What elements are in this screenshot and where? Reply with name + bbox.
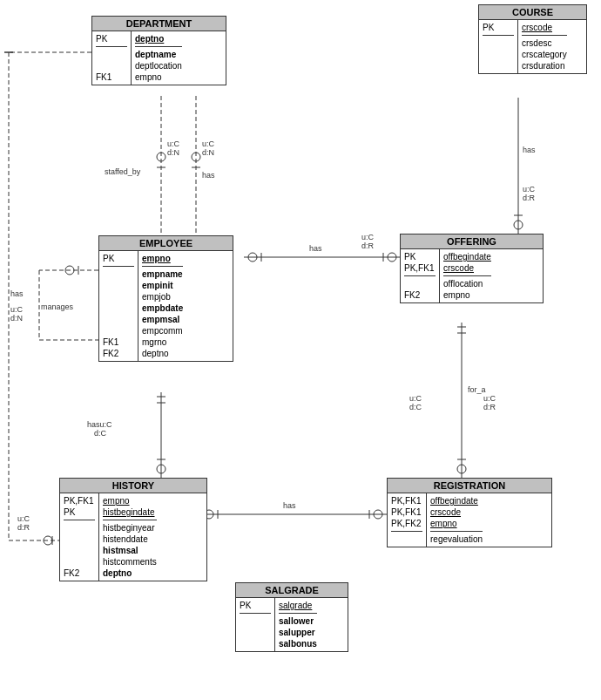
hist-histbegindate: histbegindate [103, 507, 155, 517]
off-empno: empno [443, 290, 470, 300]
course-entity: COURSE PK [478, 4, 587, 74]
svg-text:has: has [283, 501, 296, 510]
emp-empjob: empjob [142, 292, 171, 302]
hist-deptno: deptno [103, 568, 132, 578]
svg-text:u:C: u:C [409, 394, 422, 403]
hist-histmsal: histmsal [103, 546, 138, 555]
dept-deptlocation: deptlocation [135, 61, 182, 71]
sal-salbonus: salbonus [279, 639, 317, 649]
course-crscategory: crscategory [522, 50, 567, 59]
svg-text:has: has [202, 171, 215, 180]
dept-deptname: deptname [135, 50, 176, 59]
course-pk-key: PK [483, 23, 494, 32]
svg-text:u:C: u:C [17, 514, 30, 523]
sal-salgrade: salgrade [279, 601, 312, 610]
registration-entity: REGISTRATION PK,FK1 PK,FK1 PK,FK2 offbeg… [387, 478, 552, 547]
svg-text:hasu:C: hasu:C [87, 420, 112, 429]
svg-point-59 [374, 510, 382, 519]
department-entity: DEPARTMENT PK FK1 deptno deptname dep [91, 16, 226, 85]
off-offlocation: offlocation [443, 279, 483, 289]
svg-point-52 [157, 465, 165, 473]
svg-text:d:R: d:R [483, 403, 496, 411]
svg-text:d:C: d:C [409, 403, 422, 411]
dept-empno: empno [135, 72, 162, 82]
svg-text:d:N: d:N [202, 148, 214, 157]
svg-text:d:R: d:R [523, 194, 536, 202]
hist-empno: empno [103, 496, 130, 506]
history-title: HISTORY [60, 479, 206, 493]
reg-crscode: crscode [430, 507, 461, 517]
employee-entity: EMPLOYEE PK FK1 FK2 [98, 235, 233, 362]
svg-text:d:C: d:C [94, 429, 107, 438]
off-pk-key: PK [404, 252, 415, 262]
reg-offbegindate: offbegindate [430, 496, 478, 506]
svg-point-6 [192, 153, 200, 161]
svg-text:has: has [10, 289, 24, 298]
course-crsdesc: crsdesc [522, 38, 551, 48]
hist-histcomments: histcomments [103, 557, 157, 567]
hist-histenddate: histenddate [103, 534, 148, 544]
course-attr-key [483, 38, 485, 48]
emp-empinit: empinit [142, 281, 173, 290]
emp-mgrno: mgrno [142, 337, 166, 347]
svg-text:staffed_by: staffed_by [105, 167, 141, 176]
svg-text:has: has [309, 244, 322, 253]
off-offbegindate: offbegindate [443, 252, 491, 262]
course-crscode: crscode [522, 23, 552, 32]
svg-point-1 [157, 153, 165, 161]
department-title: DEPARTMENT [92, 17, 226, 31]
svg-text:u:C: u:C [523, 185, 536, 194]
emp-empbdate: empbdate [142, 303, 183, 313]
sal-salupper: salupper [279, 628, 315, 637]
offering-title: OFFERING [401, 234, 543, 249]
course-crsduration: crsduration [522, 61, 564, 71]
svg-text:manages: manages [41, 302, 74, 311]
svg-text:for_a: for_a [468, 385, 486, 394]
salgrade-title: SALGRADE [236, 583, 348, 598]
sal-sallower: sallower [279, 616, 314, 626]
emp-empname: empname [142, 269, 183, 279]
emp-empno: empno [142, 254, 171, 263]
svg-point-28 [248, 253, 257, 262]
emp-deptno: deptno [142, 349, 169, 358]
off-crscode: crscode [443, 263, 474, 273]
course-title: COURSE [479, 5, 586, 20]
hist-histbeginyear: histbeginyear [103, 523, 154, 533]
svg-text:has: has [523, 146, 536, 154]
svg-text:d:R: d:R [361, 241, 375, 250]
reg-empno: empno [430, 519, 457, 528]
employee-title: EMPLOYEE [99, 236, 233, 251]
svg-point-22 [65, 266, 74, 275]
svg-text:u:C: u:C [167, 139, 180, 148]
history-entity: HISTORY PK,FK1 PK FK2 e [59, 478, 207, 581]
svg-text:u:C: u:C [361, 233, 375, 241]
svg-point-34 [514, 221, 523, 229]
reg-regevaluation: regevaluation [430, 534, 483, 544]
emp-empmsal: empmsal [142, 315, 179, 324]
svg-text:d:R: d:R [17, 523, 30, 532]
dept-pk-key: PK [96, 34, 107, 44]
offering-entity: OFFERING PK PK,FK1 FK2 offbegindate [400, 234, 544, 303]
svg-point-26 [388, 253, 396, 262]
emp-empcomm: empcomm [142, 326, 183, 336]
registration-title: REGISTRATION [388, 479, 551, 493]
svg-text:d:N: d:N [167, 148, 179, 157]
svg-text:u:C: u:C [202, 139, 215, 148]
svg-text:u:C: u:C [483, 394, 496, 403]
salgrade-entity: SALGRADE PK salgrade sallower salup [235, 582, 348, 652]
svg-text:d:N: d:N [10, 314, 23, 323]
svg-point-64 [44, 536, 52, 545]
dept-deptno: deptno [135, 34, 164, 44]
emp-pk-key: PK [103, 254, 114, 263]
svg-point-42 [457, 465, 466, 473]
svg-text:u:C: u:C [10, 305, 24, 314]
